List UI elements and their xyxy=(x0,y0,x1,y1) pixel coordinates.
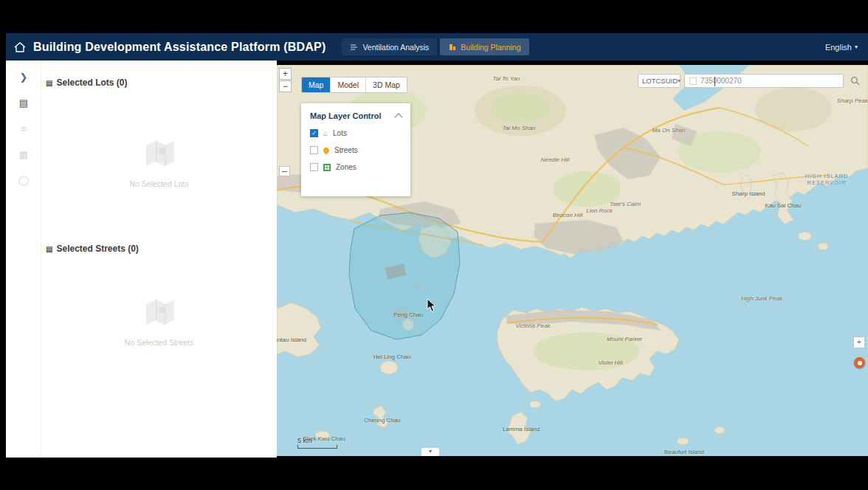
grid-icon xyxy=(323,164,331,171)
map-tool-button[interactable]: + xyxy=(853,337,865,348)
page-title: Building Development Assistance Platform… xyxy=(33,41,326,54)
selection-panel: ▤ Selected Lots (0) No Selected Lots ▤ S… xyxy=(41,61,277,458)
layer-row-streets: Streets xyxy=(310,146,402,154)
zones-checkbox[interactable] xyxy=(310,163,318,171)
view-tab-3d-map[interactable]: 3D Map xyxy=(366,77,407,92)
tab-label: Building Planning xyxy=(461,43,520,52)
search-input-wrap xyxy=(684,74,844,88)
search-field-value: LOTCSUID xyxy=(642,77,678,85)
app-header: Building Development Assistance Platform… xyxy=(6,33,868,61)
tab-building-planning[interactable]: Building Planning xyxy=(440,38,528,55)
chevron-down-icon: ▾ xyxy=(678,78,681,84)
selected-streets-title: Selected Streets (0) xyxy=(56,244,138,254)
selected-lots-heading: ▤ Selected Lots (0) xyxy=(46,77,127,88)
map-viewport[interactable]: Tai To YanTai Mo ShanMa On ShanNeedle Hi… xyxy=(277,65,868,456)
map-layer-control: Map Layer Control ✓ ⌂ Lots Streets Zones xyxy=(301,103,410,196)
lot-icon: ⌂ xyxy=(323,130,328,137)
tab-label: Ventilation Analysis xyxy=(362,43,429,52)
search-input[interactable] xyxy=(700,77,838,85)
scale-line xyxy=(297,445,337,449)
scale-bar: 5 km xyxy=(297,437,337,449)
selected-zone-polygon[interactable] xyxy=(349,213,460,339)
locate-button[interactable] xyxy=(854,357,865,368)
chevron-down-icon: ▾ xyxy=(855,44,858,50)
bottom-collapse-button[interactable]: ▾ xyxy=(421,448,439,456)
layer-label: Streets xyxy=(334,146,358,154)
header-tab-bar: Ventilation Analysis Building Planning xyxy=(342,38,528,55)
map-view-tabs: Map Model 3D Map xyxy=(301,77,407,93)
ventilation-icon xyxy=(350,43,358,51)
layer-label: Lots xyxy=(333,129,347,137)
search-field-select[interactable]: LOTCSUID ▾ xyxy=(638,74,681,88)
home-icon[interactable] xyxy=(13,41,27,54)
panel-collapse-button[interactable] xyxy=(279,166,290,176)
tab-ventilation-analysis[interactable]: Ventilation Analysis xyxy=(342,38,437,55)
language-label: English xyxy=(825,43,852,52)
building-icon xyxy=(448,43,456,51)
layer-row-lots: ✓ ⌂ Lots xyxy=(310,129,402,137)
layer-control-title: Map Layer Control xyxy=(310,111,382,120)
view-tab-map[interactable]: Map xyxy=(302,77,331,92)
empty-illustration xyxy=(140,295,179,329)
scale-label: 5 km xyxy=(297,437,337,444)
lots-checkbox[interactable]: ✓ xyxy=(310,129,318,137)
streets-empty-text: No Selected Streets xyxy=(125,338,193,347)
lots-empty-text: No Selected Lots xyxy=(130,179,189,188)
lots-empty-state: No Selected Lots xyxy=(41,137,277,188)
lots-document-icon[interactable]: ▤ xyxy=(6,97,41,108)
empty-illustration xyxy=(140,137,179,170)
document-icon: ▤ xyxy=(46,79,52,87)
view-tab-model[interactable]: Model xyxy=(331,77,366,92)
streets-empty-state: No Selected Streets xyxy=(41,295,277,347)
expand-chevron-icon[interactable]: ❯ xyxy=(6,72,41,83)
search-icon xyxy=(850,76,860,86)
layer-row-zones: Zones xyxy=(310,163,402,171)
document-icon: ▤ xyxy=(46,245,52,253)
selected-streets-heading: ▤ Selected Streets (0) xyxy=(46,244,139,254)
input-prefix-icon xyxy=(689,77,697,85)
content-area: ❯ ▤ ≡ ▦ ◯ ▤ Selected Lots (0) No Selecte… xyxy=(6,61,868,458)
search-button[interactable] xyxy=(847,74,862,88)
streets-checkbox[interactable] xyxy=(310,146,318,154)
layer-label: Zones xyxy=(336,163,356,171)
pin-icon xyxy=(322,146,330,154)
settings-icon[interactable]: ◯ xyxy=(6,175,41,186)
layers-icon[interactable]: ≡ xyxy=(6,123,41,134)
zoom-in-button[interactable]: + xyxy=(279,68,292,80)
tools-icon[interactable]: ▦ xyxy=(6,149,41,160)
language-selector[interactable]: English ▾ xyxy=(825,43,858,52)
zoom-out-button[interactable]: − xyxy=(279,80,292,92)
sidebar-icon-rail: ❯ ▤ ≡ ▦ ◯ xyxy=(6,61,41,458)
screen: Building Development Assistance Platform… xyxy=(0,0,868,490)
map-search-bar: LOTCSUID ▾ xyxy=(638,74,862,88)
text-caret xyxy=(714,77,715,86)
chevron-up-icon[interactable] xyxy=(394,113,402,121)
selected-lots-title: Selected Lots (0) xyxy=(56,77,127,88)
